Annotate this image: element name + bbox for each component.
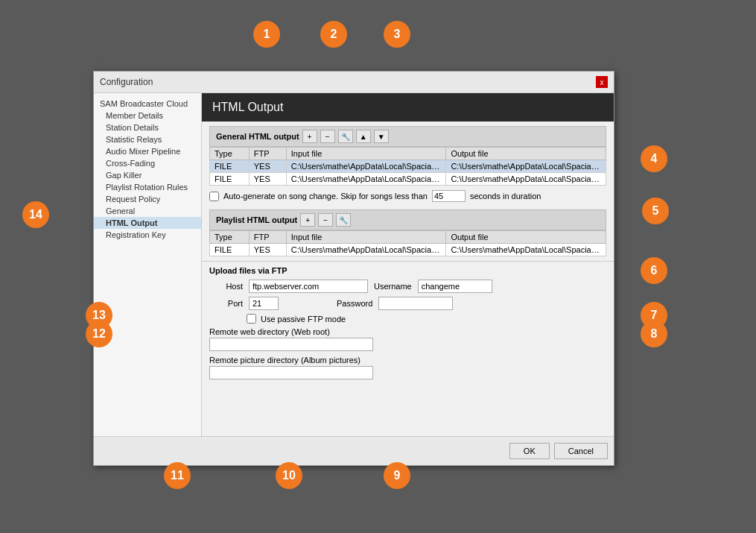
add-playlist-button[interactable]: + <box>300 213 315 227</box>
annotation-7: 7 <box>641 302 667 329</box>
seconds-label: seconds in duration <box>470 192 541 201</box>
playlist-html-header: Playlist HTML output + − 🔧 <box>209 209 606 230</box>
col-type: Type <box>210 148 250 160</box>
down-general-button[interactable]: ▼ <box>374 130 389 143</box>
pl-col-input: Input file <box>286 231 446 244</box>
auto-generate-row: Auto-generate on song change. Skip for s… <box>209 186 606 205</box>
sidebar-item-html-output[interactable]: HTML Output <box>94 217 201 229</box>
sidebar-item-gap-killer[interactable]: Gap Killer <box>94 169 201 181</box>
sidebar-item-playlist-rotation-rules[interactable]: Playlist Rotation Rules <box>94 181 201 193</box>
general-html-header: General HTML output + − 🔧 ▲ ▼ <box>209 126 606 147</box>
playlist-html-table: Type FTP Input file Output file FILEYESC… <box>209 230 606 256</box>
dialog-footer: OK Cancel <box>94 436 614 465</box>
web-dir-input[interactable] <box>209 338 373 351</box>
username-label: Username <box>374 282 412 291</box>
annotation-10: 10 <box>276 462 302 489</box>
annotation-4: 4 <box>641 145 667 172</box>
table-row[interactable]: FILEYESC:\Users\mathe\AppData\Local\Spac… <box>210 244 606 256</box>
seconds-input[interactable] <box>432 190 466 202</box>
port-input[interactable] <box>249 297 279 310</box>
sidebar-item-sam-broadcaster-cloud[interactable]: SAM Broadcaster Cloud <box>94 98 201 110</box>
pic-dir-label: Remote picture directory (Album pictures… <box>209 356 606 365</box>
ftp-title: Upload files via FTP <box>209 266 606 275</box>
sidebar-item-cross-fading[interactable]: Cross-Fading <box>94 157 201 169</box>
sidebar-item-request-policy[interactable]: Request Policy <box>94 193 201 205</box>
annotation-1: 1 <box>253 21 280 48</box>
remove-general-button[interactable]: − <box>320 130 335 143</box>
annotation-6: 6 <box>641 257 667 284</box>
up-general-button[interactable]: ▲ <box>356 130 371 143</box>
sidebar-item-statistic-relays[interactable]: Statistic Relays <box>94 133 201 145</box>
table-row[interactable]: FILEYESC:\Users\mathe\AppData\Local\Spac… <box>210 160 606 173</box>
password-input[interactable] <box>378 297 453 310</box>
page-title: HTML Output <box>202 93 614 122</box>
pl-col-ftp: FTP <box>249 231 286 244</box>
general-html-label: General HTML output <box>216 132 299 141</box>
sidebar-item-station-details[interactable]: Station Details <box>94 122 201 133</box>
pl-col-type: Type <box>210 231 250 244</box>
pic-dir-input[interactable] <box>209 366 373 379</box>
passive-ftp-label: Use passive FTP mode <box>261 315 346 324</box>
annotation-14: 14 <box>22 201 49 228</box>
port-label: Port <box>209 299 243 308</box>
close-button[interactable]: x <box>596 76 608 88</box>
remove-playlist-button[interactable]: − <box>318 213 333 227</box>
playlist-html-label: Playlist HTML output <box>216 215 297 224</box>
wrench-playlist-button[interactable]: 🔧 <box>336 213 351 227</box>
main-content: HTML Output General HTML output + − 🔧 ▲ … <box>202 93 614 436</box>
host-row: Host Username <box>209 280 606 293</box>
ok-button[interactable]: OK <box>509 443 550 459</box>
passive-ftp-row: Use passive FTP mode <box>209 314 606 324</box>
annotation-2: 2 <box>320 21 347 48</box>
passive-ftp-checkbox[interactable] <box>247 314 256 324</box>
host-label: Host <box>209 282 243 291</box>
dialog-titlebar: Configuration x <box>94 72 614 93</box>
auto-generate-label: Auto-generate on song change. Skip for s… <box>223 192 428 201</box>
auto-generate-checkbox[interactable] <box>209 192 219 201</box>
sidebar-item-member-details[interactable]: Member Details <box>94 110 201 122</box>
general-html-table: Type FTP Input file Output file FILEYESC… <box>209 147 606 186</box>
annotation-9: 9 <box>384 462 410 489</box>
sidebar-item-registration-key[interactable]: Registration Key <box>94 229 201 241</box>
annotation-5: 5 <box>642 198 669 224</box>
port-row: Port Password <box>209 297 606 310</box>
sidebar-item-general[interactable]: General <box>94 205 201 217</box>
col-input: Input file <box>286 148 446 160</box>
host-input[interactable] <box>249 280 368 293</box>
annotation-8: 8 <box>641 321 667 347</box>
dialog-title: Configuration <box>100 77 153 87</box>
ftp-section: Upload files via FTP Host Username Port … <box>202 261 614 388</box>
col-output: Output file <box>446 148 606 160</box>
web-dir-label: Remote web directory (Web root) <box>209 327 606 336</box>
col-ftp: FTP <box>249 148 286 160</box>
annotation-11: 11 <box>164 462 191 489</box>
wrench-general-button[interactable]: 🔧 <box>338 130 353 143</box>
table-row[interactable]: FILEYESC:\Users\mathe\AppData\Local\Spac… <box>210 173 606 186</box>
username-input[interactable] <box>418 280 492 293</box>
add-general-button[interactable]: + <box>302 130 317 143</box>
sidebar-item-audio-mixer-pipeline[interactable]: Audio Mixer Pipeline <box>94 145 201 157</box>
cancel-button[interactable]: Cancel <box>554 443 608 459</box>
directory-section: Remote web directory (Web root) Remote p… <box>209 327 606 379</box>
pl-col-output: Output file <box>446 231 606 244</box>
annotation-3: 3 <box>384 21 410 48</box>
sidebar: SAM Broadcaster CloudMember DetailsStati… <box>94 93 202 436</box>
password-label: Password <box>337 299 372 308</box>
